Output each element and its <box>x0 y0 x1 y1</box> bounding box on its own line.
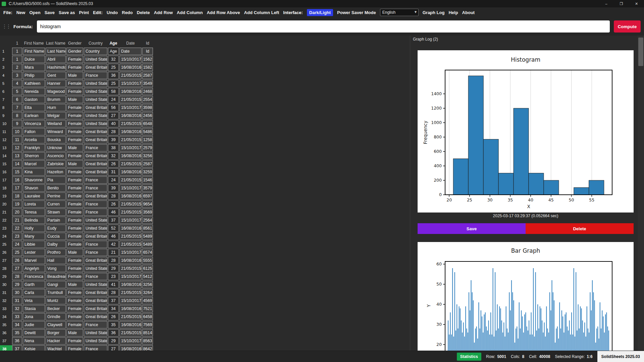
cell[interactable]: Hurn <box>46 104 66 111</box>
cell[interactable]: France <box>84 273 107 280</box>
cell[interactable]: 16/08/2016 <box>119 345 142 351</box>
cell[interactable]: Female <box>66 217 83 224</box>
cell[interactable]: Great Britain <box>84 128 107 135</box>
cell[interactable]: 3256 <box>142 152 153 160</box>
cell[interactable]: 6597 <box>142 192 153 200</box>
cell[interactable]: 21 <box>12 217 22 224</box>
cell[interactable]: 16/08/2016 <box>119 321 142 328</box>
cell[interactable]: 2564 <box>142 217 153 224</box>
cell[interactable]: United States <box>84 112 107 119</box>
cell[interactable]: Brumm <box>46 96 66 103</box>
cell[interactable]: 16/08/2016 <box>119 257 142 264</box>
cell[interactable]: Marvel <box>23 257 45 264</box>
cell[interactable]: 16/08/2016 <box>119 192 142 200</box>
cell[interactable]: Etta <box>23 104 45 111</box>
menu-item-redo[interactable]: Redo <box>122 10 133 15</box>
cell[interactable]: 17 <box>12 184 22 192</box>
cell[interactable]: 41 <box>108 281 119 288</box>
cell[interactable]: 21/05/2015 <box>119 120 142 127</box>
cell[interactable]: Cuccia <box>46 233 66 240</box>
cell[interactable]: 16/08/2016 <box>119 64 142 71</box>
cell[interactable]: Trumbull <box>46 289 66 296</box>
cell[interactable]: 58 <box>108 88 119 95</box>
menu-item-add-column-left[interactable]: Add Column Left <box>244 10 279 15</box>
cell[interactable]: Female <box>66 200 83 208</box>
cell[interactable]: 3264 <box>142 289 153 296</box>
cell[interactable]: 15/10/2017 <box>119 337 142 345</box>
cell[interactable]: 1 <box>12 48 22 55</box>
cell[interactable]: France <box>84 144 107 152</box>
cell[interactable]: 46 <box>108 208 119 216</box>
cell[interactable]: 6548 <box>142 120 153 127</box>
cell[interactable]: Great Britain <box>84 233 107 240</box>
menu-item-save-as[interactable]: Save as <box>59 10 75 15</box>
cell[interactable]: 2554 <box>142 96 153 103</box>
row-header[interactable]: 10 <box>0 120 12 127</box>
cell[interactable]: Unknow <box>46 144 66 152</box>
cell[interactable]: 23 <box>108 273 119 280</box>
cell[interactable]: 4 <box>12 80 22 87</box>
row-header[interactable]: 25 <box>0 241 12 248</box>
cell[interactable]: Female <box>66 176 83 184</box>
cell[interactable]: Marcel <box>23 160 45 168</box>
cell[interactable]: Muntz <box>46 297 66 304</box>
cell[interactable]: 19 <box>12 200 22 208</box>
vertical-scrollbar[interactable] <box>638 36 644 351</box>
cell[interactable]: Perrine <box>46 192 66 200</box>
cell[interactable]: Great Britain <box>84 257 107 264</box>
cell[interactable]: Female <box>66 88 83 95</box>
cell[interactable]: 24 <box>108 176 119 184</box>
cell[interactable]: United States <box>84 80 107 87</box>
cell[interactable]: 42 <box>108 241 119 248</box>
menu-item-graph-log[interactable]: Graph Log <box>423 10 445 15</box>
row-header[interactable]: 20 <box>0 200 12 208</box>
cell[interactable]: United States <box>84 281 107 288</box>
cell[interactable]: Female <box>66 112 83 119</box>
cell[interactable]: Female <box>66 64 83 71</box>
cell[interactable]: Veta <box>23 297 45 304</box>
formula-input[interactable] <box>37 20 610 33</box>
cell[interactable]: Female <box>66 257 83 264</box>
cell[interactable]: Carla <box>23 289 45 296</box>
cell[interactable]: Shavon <box>23 184 45 192</box>
save-graph-button[interactable]: Save <box>418 223 526 234</box>
cell[interactable]: Libbie <box>23 241 45 248</box>
cell[interactable]: Dalby <box>46 241 66 248</box>
cell[interactable]: United States <box>84 56 107 63</box>
menu-item-open[interactable]: Open <box>29 10 40 15</box>
row-header[interactable]: 37 <box>0 337 12 345</box>
cell[interactable]: 20 <box>12 208 22 216</box>
cell[interactable]: Benito <box>46 184 66 192</box>
row-header[interactable]: 2 <box>0 56 12 63</box>
cell[interactable]: 27 <box>12 265 22 272</box>
row-header[interactable]: 29 <box>0 273 12 280</box>
cell[interactable]: 21/05/2015 <box>119 313 142 320</box>
minimize-button[interactable]: – <box>599 0 614 7</box>
cell[interactable]: Female <box>66 208 83 216</box>
cell[interactable]: 36 <box>108 72 119 79</box>
cell[interactable]: 2456 <box>142 112 153 119</box>
cell[interactable]: 26 <box>108 160 119 168</box>
compute-button[interactable]: Compute <box>614 20 641 33</box>
cell[interactable]: 35 <box>108 321 119 328</box>
row-header[interactable]: 35 <box>0 321 12 328</box>
cell[interactable]: 1 <box>12 56 22 63</box>
cell[interactable]: Hashimoto <box>46 64 66 71</box>
cell[interactable]: 21/05/2015 <box>119 289 142 296</box>
cell[interactable]: Female <box>66 168 83 176</box>
cell[interactable]: 25 <box>12 249 22 256</box>
menu-item-power-saver-mode[interactable]: Power Saver Mode <box>337 10 376 15</box>
cell[interactable]: Loreta <box>23 200 45 208</box>
cell[interactable]: Strawn <box>46 208 66 216</box>
cell[interactable]: 34 <box>108 305 119 312</box>
menu-item-new[interactable]: New <box>16 10 25 15</box>
cell[interactable]: Great Britain <box>84 305 107 312</box>
cell[interactable]: 16/08/2016 <box>119 281 142 288</box>
cell[interactable]: 21/05/2015 <box>119 329 142 337</box>
cell[interactable]: 21/05/2015 <box>119 241 142 248</box>
cell[interactable]: Female <box>66 104 83 111</box>
row-header[interactable]: 23 <box>0 225 12 232</box>
cell[interactable]: 31 <box>12 297 22 304</box>
cell[interactable]: 33 <box>12 313 22 320</box>
cell[interactable]: Female <box>66 265 83 272</box>
